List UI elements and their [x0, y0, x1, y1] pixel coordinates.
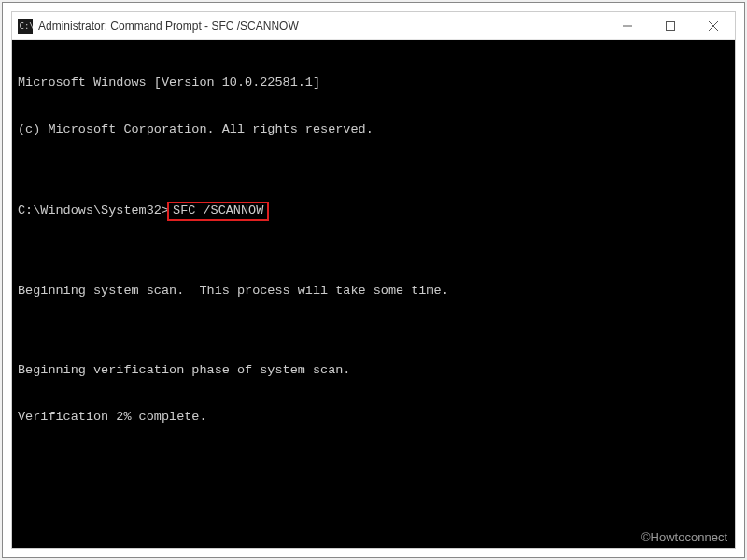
verification-phase-line: Beginning verification phase of system s…: [18, 363, 729, 379]
command-text: SFC /SCANNOW: [173, 203, 263, 217]
window-title: Administrator: Command Prompt - SFC /SCA…: [38, 20, 606, 33]
minimize-button[interactable]: [606, 12, 649, 39]
screenshot-border: C:\ Administrator: Command Prompt - SFC …: [2, 2, 745, 558]
version-line: Microsoft Windows [Version 10.0.22581.1]: [18, 76, 729, 91]
terminal-output[interactable]: Microsoft Windows [Version 10.0.22581.1]…: [12, 40, 735, 548]
close-button[interactable]: [692, 12, 735, 39]
command-highlight: SFC /SCANNOW: [167, 202, 269, 221]
prompt-path: C:\Windows\System32>: [18, 203, 169, 219]
verification-progress-line: Verification 2% complete.: [18, 410, 729, 426]
svg-rect-3: [667, 21, 675, 30]
prompt-line: C:\Windows\System32>SFC /SCANNOW: [18, 202, 729, 221]
copyright-line: (c) Microsoft Corporation. All rights re…: [18, 122, 729, 138]
maximize-button[interactable]: [649, 12, 692, 39]
command-prompt-window: C:\ Administrator: Command Prompt - SFC …: [11, 11, 736, 549]
window-controls: [606, 12, 735, 39]
titlebar[interactable]: C:\ Administrator: Command Prompt - SFC …: [12, 12, 735, 40]
cmd-icon: C:\: [18, 19, 33, 34]
scan-begin-line: Beginning system scan. This process will…: [18, 284, 729, 300]
svg-text:C:\: C:\: [20, 21, 34, 31]
watermark: ©Howtoconnect: [641, 530, 727, 544]
